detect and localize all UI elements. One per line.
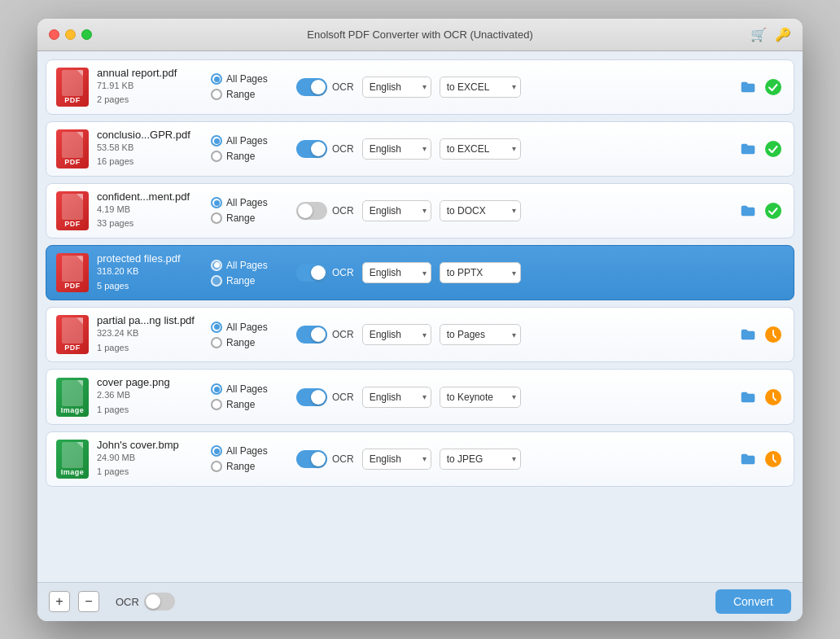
- ocr-toggle-knob: [311, 142, 326, 156]
- maximize-button[interactable]: [81, 29, 92, 40]
- radio-item-all-pages[interactable]: All Pages: [211, 383, 288, 395]
- cart-icon[interactable]: 🛒: [750, 27, 767, 42]
- ocr-toggle[interactable]: [296, 140, 327, 158]
- radio-item-range[interactable]: Range: [211, 89, 288, 100]
- radio-item-all-pages[interactable]: All Pages: [211, 73, 288, 85]
- key-icon[interactable]: 🔑: [775, 27, 791, 42]
- toolbar-ocr-toggle[interactable]: [144, 593, 175, 611]
- ocr-toggle-knob: [311, 390, 326, 405]
- svg-point-0: [765, 79, 781, 95]
- radio-item-all-pages[interactable]: All Pages: [211, 260, 288, 271]
- convert-button[interactable]: Convert: [715, 589, 791, 614]
- action-icons: [737, 387, 784, 408]
- ocr-toggle-knob: [311, 80, 326, 94]
- ocr-toggle[interactable]: [296, 450, 327, 468]
- file-info: conclusio...GPR.pdf53.58 KB 16 pages: [97, 129, 203, 169]
- file-name: cover page.png: [97, 376, 203, 388]
- open-folder-button[interactable]: [737, 77, 759, 98]
- action-icons: [737, 77, 784, 98]
- action-icons: [737, 449, 784, 470]
- format-dropdown[interactable]: to PPTX: [440, 262, 521, 283]
- file-list: PDFannual report.pdf71.91 KB 2 pagesAll …: [46, 59, 794, 574]
- file-row[interactable]: PDFprotected files.pdf318.20 KB 5 pagesA…: [46, 245, 794, 300]
- radio-label: All Pages: [226, 445, 268, 457]
- radio-item-all-pages[interactable]: All Pages: [211, 322, 288, 333]
- radio-circle: [211, 322, 222, 333]
- radio-label: Range: [226, 151, 255, 162]
- format-dropdown[interactable]: to Pages: [440, 324, 521, 345]
- open-folder-button[interactable]: [737, 138, 759, 160]
- close-button[interactable]: [49, 29, 59, 40]
- format-dropdown[interactable]: to EXCEL: [440, 77, 521, 98]
- ocr-section: OCR: [296, 264, 354, 282]
- status-done-icon: [763, 77, 784, 98]
- radio-item-range[interactable]: Range: [211, 212, 288, 224]
- page-options: All PagesRange: [211, 260, 288, 287]
- radio-item-all-pages[interactable]: All Pages: [211, 445, 288, 457]
- ocr-label: OCR: [332, 392, 354, 403]
- radio-item-range[interactable]: Range: [211, 275, 288, 287]
- add-file-button[interactable]: +: [49, 591, 70, 612]
- file-row[interactable]: ImageJohn's cover.bmp24.90 MB 1 pagesAll…: [46, 431, 794, 487]
- radio-circle: [211, 399, 222, 410]
- format-dropdown[interactable]: to JPEG: [440, 449, 521, 470]
- file-name: protected files.pdf: [97, 252, 203, 265]
- open-folder-button[interactable]: [737, 324, 759, 345]
- open-folder-button[interactable]: [737, 387, 759, 408]
- format-dropdown[interactable]: to DOCX: [440, 200, 521, 221]
- file-row[interactable]: PDFconfident...ment.pdf4.19 MB 33 pagesA…: [46, 183, 794, 239]
- format-dropdown[interactable]: to EXCEL: [440, 138, 521, 160]
- radio-item-range[interactable]: Range: [211, 399, 288, 410]
- language-dropdown[interactable]: English: [362, 200, 431, 221]
- radio-label: All Pages: [226, 135, 268, 147]
- radio-item-all-pages[interactable]: All Pages: [211, 135, 288, 147]
- status-pending-icon: [763, 449, 784, 470]
- language-dropdown[interactable]: English: [362, 387, 431, 408]
- file-row[interactable]: PDFconclusio...GPR.pdf53.58 KB 16 pagesA…: [46, 121, 794, 177]
- open-folder-button[interactable]: [737, 200, 759, 221]
- status-pending-icon: [763, 387, 784, 408]
- radio-item-range[interactable]: Range: [211, 337, 288, 348]
- open-folder-button[interactable]: [737, 449, 759, 470]
- ocr-toggle[interactable]: [296, 78, 327, 96]
- file-row[interactable]: PDFpartial pa...ng list.pdf323.24 KB 1 p…: [46, 307, 794, 362]
- ocr-label: OCR: [332, 81, 354, 93]
- status-done-icon: [763, 200, 784, 221]
- file-info: protected files.pdf318.20 KB 5 pages: [97, 252, 203, 293]
- language-dropdown[interactable]: English: [362, 324, 431, 345]
- radio-circle: [211, 461, 222, 472]
- radio-item-range[interactable]: Range: [211, 151, 288, 162]
- file-type-icon: PDF: [56, 68, 89, 107]
- toolbar-ocr-section: OCR: [116, 593, 175, 611]
- format-dropdown[interactable]: to Keynote: [440, 387, 521, 408]
- radio-label: All Pages: [226, 322, 268, 333]
- remove-file-button[interactable]: −: [78, 591, 99, 612]
- file-name: annual report.pdf: [97, 67, 203, 79]
- file-name: partial pa...ng list.pdf: [97, 314, 203, 326]
- ocr-section: OCR: [296, 140, 354, 158]
- titlebar: Enolsoft PDF Converter with OCR (Unactiv…: [37, 19, 803, 51]
- radio-circle: [211, 275, 222, 287]
- ocr-section: OCR: [296, 202, 354, 220]
- language-dropdown[interactable]: English: [362, 138, 431, 160]
- ocr-toggle[interactable]: [296, 264, 327, 282]
- file-row[interactable]: Imagecover page.png2.36 MB 1 pagesAll Pa…: [46, 369, 794, 424]
- file-meta: 53.58 KB 16 pages: [97, 141, 203, 169]
- file-meta: 318.20 KB 5 pages: [97, 265, 203, 293]
- ocr-toggle[interactable]: [296, 202, 327, 220]
- radio-circle: [211, 135, 222, 147]
- radio-circle: [211, 445, 222, 457]
- radio-item-all-pages[interactable]: All Pages: [211, 197, 288, 208]
- language-dropdown[interactable]: English: [362, 449, 431, 470]
- file-row[interactable]: PDFannual report.pdf71.91 KB 2 pagesAll …: [46, 59, 794, 115]
- ocr-toggle[interactable]: [296, 326, 327, 344]
- ocr-toggle[interactable]: [296, 388, 327, 406]
- radio-label: Range: [226, 275, 255, 287]
- page-options: All PagesRange: [211, 73, 288, 100]
- language-dropdown[interactable]: English: [362, 262, 431, 283]
- language-dropdown[interactable]: English: [362, 77, 431, 98]
- file-meta: 2.36 MB 1 pages: [97, 388, 203, 417]
- radio-item-range[interactable]: Range: [211, 461, 288, 472]
- minimize-button[interactable]: [65, 29, 76, 40]
- radio-label: All Pages: [226, 260, 268, 271]
